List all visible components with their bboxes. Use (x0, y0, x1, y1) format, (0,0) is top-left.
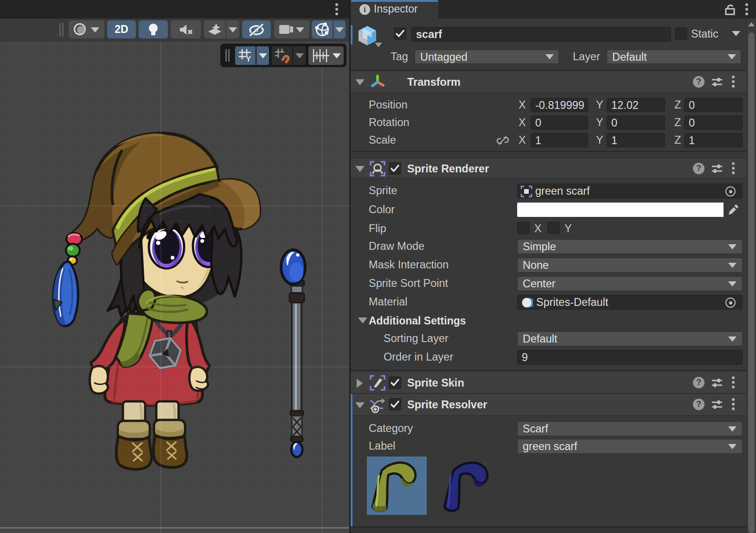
svg-text:Y: Y (246, 55, 251, 63)
